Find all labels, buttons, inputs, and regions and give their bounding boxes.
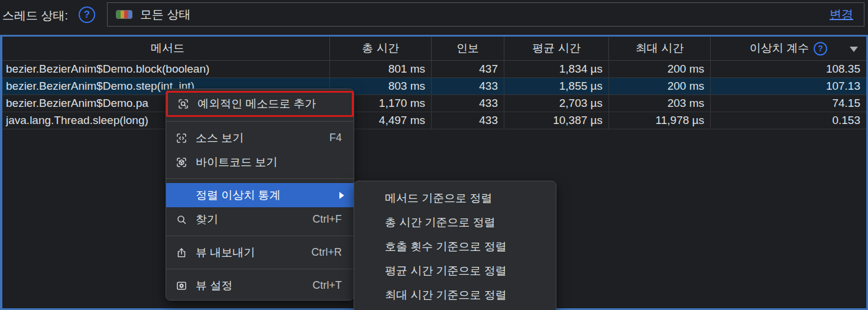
thread-state-toolbar: 스레드 상태: ? 모든 상태 변경: [0, 0, 868, 34]
menu-item-shortcut: Ctrl+F: [313, 213, 342, 226]
sort-desc-icon[interactable]: [850, 47, 858, 52]
thread-state-label: 스레드 상태:: [2, 8, 68, 24]
menu-separator: [166, 236, 354, 236]
add-exceptional-method-icon: [177, 98, 189, 110]
outlier-header-label: 이상치 계수: [750, 41, 809, 56]
max-time-cell: 203 ms: [609, 95, 711, 112]
menu-item-label: 예외적인 메소드로 추가: [197, 96, 316, 112]
menu-item-sort-outlier-statistics[interactable]: 정렬 이상치 통계: [166, 183, 354, 207]
avg-time-cell: 10,387 µs: [504, 112, 609, 129]
table-header: 메서드 총 시간 인보 평균 시간 최대 시간 이상치 계수 ?: [2, 37, 866, 61]
outlier-cell: 0.153: [711, 112, 866, 129]
change-link[interactable]: 변경: [830, 6, 853, 22]
col-header-method[interactable]: 메서드: [2, 37, 330, 60]
menu-item-label: 소스 보기: [196, 130, 244, 146]
menu-item-label: 바이트코드 보기: [196, 155, 277, 170]
context-menu: 예외적인 메소드로 추가 소스 보기 F4 바이트코드 보기 정렬 이상치 통계: [166, 89, 354, 301]
table-row[interactable]: java.lang.Thread.sleep(long) 4,497 ms 43…: [2, 112, 866, 129]
avg-time-cell: 2,703 µs: [504, 95, 609, 112]
max-time-cell: 200 ms: [609, 78, 711, 94]
menu-item-shortcut: Ctrl+T: [313, 279, 342, 292]
col-header-outlier-count[interactable]: 이상치 계수 ?: [711, 37, 866, 60]
menu-item-label: 뷰 설정: [196, 278, 232, 293]
outlier-cell: 108.35: [711, 61, 866, 77]
submenu-arrow-icon: [339, 192, 344, 199]
view-bytecode-icon: [176, 156, 187, 168]
submenu-item-sort-by-total-time[interactable]: 총 시간 기준으로 정렬: [354, 210, 556, 234]
menu-item-label: 정렬 이상치 통계: [196, 188, 281, 203]
total-time-cell: 801 ms: [330, 61, 432, 77]
menu-item-shortcut: Ctrl+R: [311, 246, 342, 259]
avg-time-cell: 1,834 µs: [504, 61, 609, 77]
col-header-total-time[interactable]: 총 시간: [330, 37, 432, 60]
menu-item-add-exceptional-method[interactable]: 예외적인 메소드로 추가: [166, 91, 354, 117]
menu-separator: [166, 178, 354, 179]
col-header-avg-time[interactable]: 평균 시간: [504, 37, 609, 60]
thread-state-filter[interactable]: 모든 상태 변경: [107, 2, 864, 27]
table-row[interactable]: bezier.BezierAnim$Demo.pa 1,170 ms 433 2…: [2, 95, 866, 112]
outlier-cell: 74.15: [711, 95, 866, 112]
export-icon: [176, 247, 187, 259]
menu-item-label: 찾기: [196, 212, 218, 227]
menu-item-find[interactable]: 찾기 Ctrl+F: [166, 207, 354, 231]
table-row-selected[interactable]: bezier.BezierAnim$Demo.step(int, int) 80…: [2, 78, 866, 95]
help-icon[interactable]: ?: [79, 6, 95, 23]
submenu-item-sort-by-call-count[interactable]: 호출 횟수 기준으로 정렬: [354, 234, 556, 259]
invocations-cell: 433: [432, 78, 504, 94]
menu-item-label: 뷰 내보내기: [196, 245, 255, 260]
search-icon: [176, 214, 187, 226]
col-header-max-time[interactable]: 최대 시간: [609, 37, 711, 60]
submenu-item-sort-by-max-time[interactable]: 최대 시간 기준으로 정렬: [354, 283, 556, 307]
thread-state-value: 모든 상태: [140, 6, 191, 22]
outlier-help-icon[interactable]: ?: [814, 42, 827, 56]
max-time-cell: 200 ms: [609, 61, 711, 77]
view-source-icon: [176, 132, 187, 144]
settings-icon: [176, 280, 187, 292]
menu-item-view-bytecode[interactable]: 바이트코드 보기: [166, 150, 354, 174]
submenu-item-sort-by-avg-time[interactable]: 평균 시간 기준으로 정렬: [354, 259, 556, 283]
outlier-cell: 107.13: [711, 78, 866, 94]
avg-time-cell: 1,855 µs: [504, 78, 609, 94]
invocations-cell: 433: [432, 95, 504, 112]
invocations-cell: 437: [432, 61, 504, 77]
menu-item-export-view[interactable]: 뷰 내보내기 Ctrl+R: [166, 240, 354, 265]
menu-separator: [166, 121, 354, 122]
submenu-item-sort-by-method[interactable]: 메서드 기준으로 정렬: [354, 186, 556, 210]
table-row[interactable]: bezier.BezierAnim$Demo.block(boolean) 80…: [2, 61, 866, 78]
thread-states-color-icon: [116, 10, 132, 19]
menu-item-view-settings[interactable]: 뷰 설정 Ctrl+T: [166, 273, 354, 298]
invocations-cell: 433: [432, 112, 504, 129]
method-cell: bezier.BezierAnim$Demo.block(boolean): [2, 61, 330, 77]
col-header-invocations[interactable]: 인보: [432, 37, 504, 60]
max-time-cell: 11,978 µs: [609, 112, 711, 129]
menu-item-view-source[interactable]: 소스 보기 F4: [166, 126, 354, 150]
menu-separator: [166, 269, 354, 269]
menu-item-shortcut: F4: [329, 132, 342, 144]
sort-submenu: 메서드 기준으로 정렬 총 시간 기준으로 정렬 호출 횟수 기준으로 정렬 평…: [354, 181, 556, 310]
